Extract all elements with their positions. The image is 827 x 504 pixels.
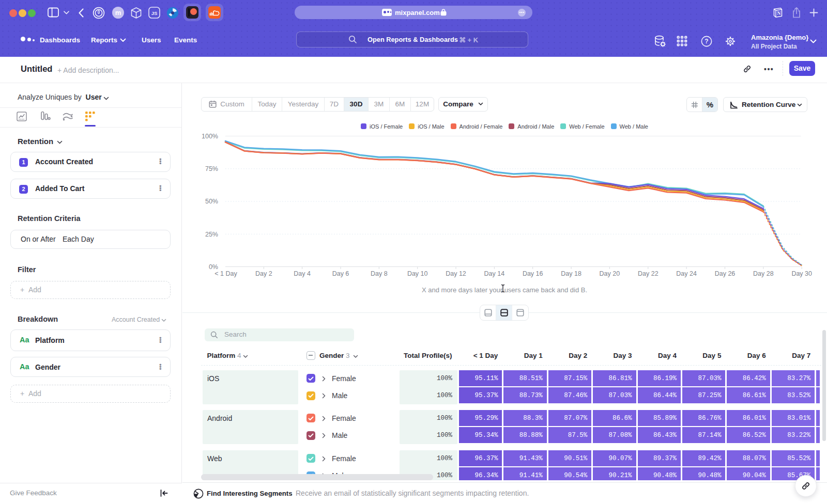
svg-text:75%: 75% bbox=[205, 165, 218, 172]
svg-text:N: N bbox=[777, 11, 781, 16]
svg-text:JS: JS bbox=[151, 10, 158, 16]
svg-text:Day 4: Day 4 bbox=[294, 270, 311, 277]
svg-text:Day 2: Day 2 bbox=[255, 270, 272, 277]
svg-text:Day 16: Day 16 bbox=[523, 270, 543, 277]
svg-text:Day 22: Day 22 bbox=[638, 270, 658, 277]
svg-text:Day 12: Day 12 bbox=[446, 270, 466, 277]
svg-text:Day 14: Day 14 bbox=[484, 270, 505, 277]
svg-text:Day 8: Day 8 bbox=[371, 270, 388, 277]
svg-text:Day 30: Day 30 bbox=[791, 270, 812, 277]
svg-text:Day 28: Day 28 bbox=[753, 270, 774, 277]
svg-text:Day 18: Day 18 bbox=[561, 270, 581, 277]
svg-text:0%: 0% bbox=[209, 263, 218, 271]
svg-text:100%: 100% bbox=[202, 133, 218, 140]
svg-text:Day 10: Day 10 bbox=[407, 270, 428, 277]
svg-text:50%: 50% bbox=[205, 198, 218, 205]
svg-text:Day 24: Day 24 bbox=[676, 270, 697, 277]
svg-text:Day 20: Day 20 bbox=[600, 270, 620, 277]
svg-text:Day 26: Day 26 bbox=[715, 270, 736, 277]
svg-text:Day 6: Day 6 bbox=[332, 270, 349, 277]
svg-text:?: ? bbox=[705, 38, 708, 45]
svg-text:25%: 25% bbox=[205, 231, 218, 238]
svg-text:< 1 Day: < 1 Day bbox=[215, 270, 237, 277]
